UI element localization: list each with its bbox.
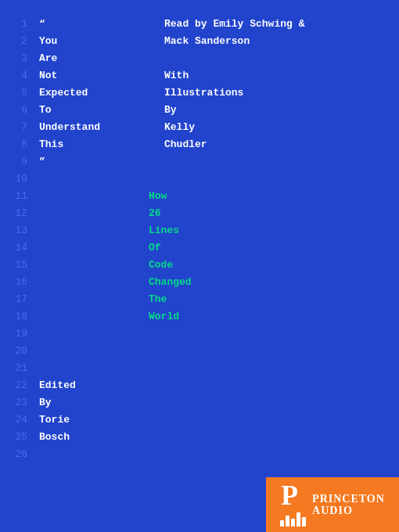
content-line-8: ThisChudler xyxy=(39,136,391,153)
princeton-text: PRINCETON AUDIO xyxy=(312,493,385,517)
line-number-26: 26 xyxy=(8,446,27,463)
line-23-col1: By xyxy=(39,394,149,412)
content-line-15: Code xyxy=(39,257,391,274)
line-24-col1: Torie xyxy=(39,412,149,429)
line-number-19: 19 xyxy=(8,325,27,343)
content-line-7: UnderstandKelly xyxy=(39,119,391,136)
line-number-13: 13 xyxy=(8,222,27,239)
content-line-2: YouMack Sanderson xyxy=(39,33,391,50)
line-number-23: 23 xyxy=(8,394,27,412)
line-number-9: 9 xyxy=(8,153,27,171)
content-line-11: How xyxy=(39,188,391,205)
princeton-label: PRINCETON xyxy=(312,493,385,505)
line-numbers: 1234567891011121314151617181920212223242… xyxy=(8,16,27,463)
bar1 xyxy=(280,520,284,527)
princeton-audio-badge: P PRINCETON AUDIO xyxy=(266,477,399,532)
svg-text:P: P xyxy=(281,483,298,511)
content-line-13: Lines xyxy=(39,222,391,239)
line-25-col1: Bosch xyxy=(39,429,149,446)
line-number-4: 4 xyxy=(8,67,27,84)
line-4-col1: Not xyxy=(39,67,149,84)
line-22-col1: Edited xyxy=(39,377,149,394)
content-line-22: Edited xyxy=(39,377,391,394)
line-number-2: 2 xyxy=(8,33,27,50)
line-number-25: 25 xyxy=(8,429,27,446)
line-14-col2: Of xyxy=(149,239,243,257)
line-6-col1: To xyxy=(39,102,149,119)
line-number-15: 15 xyxy=(8,257,27,274)
content-line-3: Are xyxy=(39,50,391,67)
line-5-col1: Expected xyxy=(39,84,149,102)
content-line-23: By xyxy=(39,394,391,412)
bar3 xyxy=(291,519,295,527)
line-number-16: 16 xyxy=(8,274,27,291)
line-number-17: 17 xyxy=(8,291,27,308)
line-5-col3: Illustrations xyxy=(164,84,243,102)
content-line-24: Torie xyxy=(39,412,391,429)
line-number-8: 8 xyxy=(8,136,27,153)
content-line-26 xyxy=(39,446,391,463)
line-7-col3: Kelly xyxy=(164,119,195,136)
content-line-10 xyxy=(39,171,391,188)
line-number-24: 24 xyxy=(8,412,27,429)
content-line-14: Of xyxy=(39,239,391,257)
line-number-11: 11 xyxy=(8,188,27,205)
audio-label: AUDIO xyxy=(312,505,385,516)
line-1-col3: Read by Emily Schwing & xyxy=(164,16,304,33)
bar5 xyxy=(302,517,306,527)
line-3-col1: Are xyxy=(39,50,149,67)
line-number-22: 22 xyxy=(8,377,27,394)
line-number-18: 18 xyxy=(8,308,27,325)
line-number-3: 3 xyxy=(8,50,27,67)
line-number-5: 5 xyxy=(8,84,27,102)
line-number-7: 7 xyxy=(8,119,27,136)
book-cover: 1234567891011121314151617181920212223242… xyxy=(0,0,399,532)
content-line-20 xyxy=(39,343,391,360)
content-line-4: NotWith xyxy=(39,67,391,84)
princeton-logo: P xyxy=(280,483,306,527)
content-line-9: ” xyxy=(39,153,391,171)
line-8-col3: Chudler xyxy=(164,136,207,153)
line-number-21: 21 xyxy=(8,360,27,377)
content-line-6: ToBy xyxy=(39,102,391,119)
bar2 xyxy=(286,516,289,527)
line-4-col3: With xyxy=(164,67,189,84)
content-line-16: Changed xyxy=(39,274,391,291)
line-2-col3: Mack Sanderson xyxy=(164,33,250,50)
content-line-18: World xyxy=(39,308,391,325)
content-line-21 xyxy=(39,360,391,377)
line-8-col1: This xyxy=(39,136,149,153)
line-number-6: 6 xyxy=(8,102,27,119)
content-line-17: The xyxy=(39,291,391,308)
content-line-5: ExpectedIllustrations xyxy=(39,84,391,102)
line-number-10: 10 xyxy=(8,171,27,188)
line-number-20: 20 xyxy=(8,343,27,360)
princeton-p-icon: P xyxy=(281,483,306,512)
line-7-col1: Understand xyxy=(39,119,149,136)
line-15-col2: Code xyxy=(149,257,243,274)
line-number-1: 1 xyxy=(8,16,27,33)
line-number-12: 12 xyxy=(8,205,27,222)
line-13-col2: Lines xyxy=(149,222,243,239)
line-11-col2: How xyxy=(149,188,243,205)
content-line-25: Bosch xyxy=(39,429,391,446)
content-line-1: “Read by Emily Schwing & xyxy=(39,16,391,33)
content-area: “Read by Emily Schwing &YouMack Sanderso… xyxy=(39,16,391,463)
line-9-col1: ” xyxy=(39,153,149,171)
line-17-col2: The xyxy=(149,291,243,308)
content-line-12: 26 xyxy=(39,205,391,222)
line-6-col3: By xyxy=(164,102,177,119)
line-number-14: 14 xyxy=(8,239,27,257)
audio-bars-icon xyxy=(280,512,306,527)
line-18-col2: World xyxy=(149,308,243,325)
content-line-19 xyxy=(39,325,391,343)
bar4 xyxy=(297,512,300,527)
line-16-col2: Changed xyxy=(149,274,243,291)
line-1-col1: “ xyxy=(39,16,149,33)
line-12-col2: 26 xyxy=(149,205,243,222)
line-2-col1: You xyxy=(39,33,149,50)
